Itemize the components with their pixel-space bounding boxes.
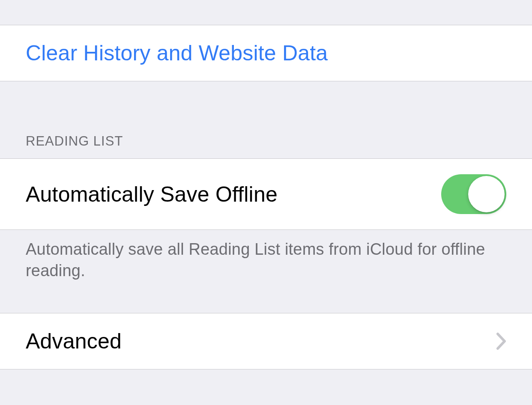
mid-spacer bbox=[0, 281, 532, 313]
top-spacer bbox=[0, 0, 532, 25]
auto-save-offline-cell[interactable]: Automatically Save Offline bbox=[0, 158, 532, 230]
auto-save-offline-label: Automatically Save Offline bbox=[26, 182, 278, 207]
advanced-label: Advanced bbox=[26, 329, 122, 354]
reading-list-header: READING LIST bbox=[0, 134, 532, 158]
advanced-cell[interactable]: Advanced bbox=[0, 313, 532, 369]
chevron-right-icon bbox=[496, 332, 506, 350]
reading-list-footer: Automatically save all Reading List item… bbox=[0, 230, 532, 281]
toggle-knob bbox=[468, 176, 505, 212]
auto-save-offline-toggle[interactable] bbox=[441, 174, 506, 214]
clear-history-cell[interactable]: Clear History and Website Data bbox=[0, 25, 532, 81]
clear-history-label: Clear History and Website Data bbox=[26, 41, 328, 66]
